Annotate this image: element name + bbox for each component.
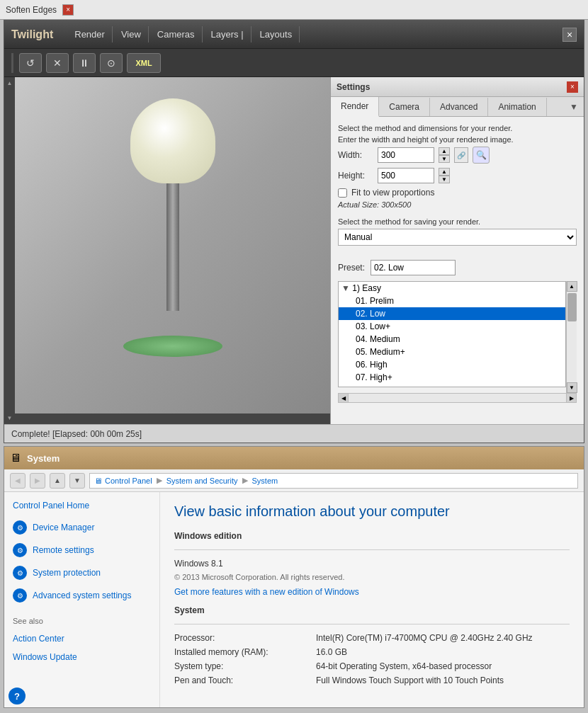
system-sidebar: Control Panel Home ⚙ Device Manager ⚙ Re… xyxy=(4,492,160,707)
soften-edges-title: Soften Edges xyxy=(6,5,57,15)
windows-update-label: Windows Update xyxy=(13,652,77,662)
twilight-statusbar: Complete! [Elapsed: 00h 00m 25s] xyxy=(4,424,584,443)
ram-value: 16.0 GB xyxy=(316,647,570,657)
height-input[interactable] xyxy=(378,168,434,183)
preset-tree[interactable]: ▼ 1) Easy 01. Prelim 02. Low 03. Low+ 04… xyxy=(338,281,566,387)
system-info-section: System xyxy=(174,605,570,624)
tree-scrollbar[interactable]: ▲ ▼ xyxy=(566,281,577,393)
sidebar-home-link[interactable]: Control Panel Home xyxy=(13,501,151,510)
tree-scroll-down-button[interactable]: ▼ xyxy=(567,382,577,393)
tree-item-high-plus[interactable]: 07. High+ xyxy=(339,371,565,384)
twilight-menubar: Render View Cameras Layers | Layouts xyxy=(67,26,562,42)
sidebar-item-action-center[interactable]: Action Center xyxy=(13,631,151,646)
tree-item-exterior[interactable]: 08. Exterior Daytime (Progressive Render… xyxy=(339,384,565,387)
breadcrumb-control-panel[interactable]: Control Panel xyxy=(105,477,152,485)
ram-label: Installed memory (RAM): xyxy=(174,647,316,657)
menu-cameras[interactable]: Cameras xyxy=(150,26,203,42)
toolbar-cancel-button[interactable]: ✕ xyxy=(46,53,69,73)
render-scrollbar-vertical[interactable]: ▲ ▼ xyxy=(4,77,15,424)
sidebar-item-advanced-system[interactable]: ⚙ Advanced system settings xyxy=(13,586,151,605)
tree-scroll-up-button[interactable]: ▲ xyxy=(567,281,577,292)
tree-item-medium[interactable]: 04. Medium xyxy=(339,333,565,346)
zoom-to-fit-icon[interactable]: 🔍 xyxy=(473,147,490,164)
pen-touch-row: Pen and Touch: Full Windows Touch Suppor… xyxy=(174,675,570,685)
sidebar-item-remote-settings[interactable]: ⚙ Remote settings xyxy=(13,540,151,560)
tree-item-low-plus[interactable]: 03. Low+ xyxy=(339,320,565,333)
menu-layers[interactable]: Layers | xyxy=(204,26,251,42)
system-addressbar: ◀ ▶ ▲ ▼ 🖥 Control Panel ▶ System and Sec… xyxy=(4,469,584,492)
tree-item-prelim[interactable]: 01. Prelim xyxy=(339,295,565,307)
preset-input[interactable] xyxy=(371,260,456,275)
nav-back-button[interactable]: ◀ xyxy=(10,473,26,489)
processor-label: Processor: xyxy=(174,633,316,643)
width-decrement-button[interactable]: ▼ xyxy=(439,155,450,163)
save-method-desc: Select the method for saving your render… xyxy=(338,217,577,226)
sidebar-item-device-manager[interactable]: ⚙ Device Manager xyxy=(13,518,151,537)
lamp-stand xyxy=(166,183,179,311)
hscroll-left-button[interactable]: ◀ xyxy=(339,394,349,402)
toolbar-xml-button[interactable]: XML xyxy=(127,53,161,73)
twilight-main-area: ▲ ▼ Settings × xyxy=(4,77,584,424)
height-decrement-button[interactable]: ▼ xyxy=(439,176,450,183)
lamp-rendered-image xyxy=(15,77,330,413)
nav-up-button[interactable]: ▲ xyxy=(50,473,65,489)
address-bar: 🖥 Control Panel ▶ System and Security ▶ … xyxy=(89,473,578,489)
advanced-system-icon: ⚙ xyxy=(13,588,27,603)
sidebar-item-system-protection[interactable]: ⚙ System protection xyxy=(13,563,151,583)
tree-item-medium-plus[interactable]: 05. Medium+ xyxy=(339,346,565,358)
tree-parent-easy[interactable]: ▼ 1) Easy xyxy=(339,282,565,295)
toolbar-undo-button[interactable]: ↺ xyxy=(19,53,42,73)
breadcrumb-system[interactable]: System xyxy=(252,477,278,485)
hscroll-right-button[interactable]: ▶ xyxy=(566,394,576,402)
tree-item-high[interactable]: 06. High xyxy=(339,358,565,371)
help-button[interactable]: ? xyxy=(9,688,26,705)
tree-item-low[interactable]: 02. Low xyxy=(339,307,565,320)
fit-proportions-checkbox[interactable] xyxy=(338,188,347,198)
height-increment-button[interactable]: ▲ xyxy=(439,168,450,176)
tree-scroll-thumb[interactable] xyxy=(567,293,577,321)
link-dimensions-icon[interactable]: 🔗 xyxy=(454,147,468,163)
settings-panel: Settings × Render Camera Advanced Animat… xyxy=(330,77,584,424)
twilight-close-button[interactable]: × xyxy=(562,28,577,42)
windows-version-text: Windows 8.1 xyxy=(174,559,570,569)
system-window-icon: 🖥 xyxy=(10,452,21,464)
render-scrollbar-horizontal[interactable] xyxy=(15,413,330,424)
tree-hscrollbar[interactable]: ◀ ▶ xyxy=(338,393,577,403)
tab-animation[interactable]: Animation xyxy=(488,98,546,116)
tabs-dropdown-arrow[interactable]: ▼ xyxy=(564,98,584,116)
remote-settings-label: Remote settings xyxy=(33,545,94,555)
menu-view[interactable]: View xyxy=(114,26,149,42)
settings-close-button[interactable]: × xyxy=(567,81,578,93)
menu-render[interactable]: Render xyxy=(67,26,113,42)
soften-edges-close-button[interactable]: × xyxy=(62,4,74,16)
width-input[interactable] xyxy=(378,147,434,163)
device-manager-icon: ⚙ xyxy=(13,520,27,535)
toolbar-render-button[interactable]: ⊙ xyxy=(100,53,123,73)
save-method-dropdown[interactable]: Manual xyxy=(338,229,577,246)
toolbar-pause-button[interactable]: ⏸ xyxy=(73,53,96,73)
render-image-area xyxy=(15,77,330,413)
breadcrumb-system-security[interactable]: System and Security xyxy=(166,477,238,485)
soften-edges-bar: Soften Edges × xyxy=(0,0,588,20)
width-increment-button[interactable]: ▲ xyxy=(439,147,450,155)
settings-title: Settings xyxy=(337,82,370,92)
settings-body: Select the method and dimensions for you… xyxy=(331,117,584,424)
pen-touch-label: Pen and Touch: xyxy=(174,675,316,685)
tab-advanced[interactable]: Advanced xyxy=(430,98,488,116)
system-type-value: 64-bit Operating System, x64-based proce… xyxy=(316,661,570,671)
breadcrumb-sep-2: ▶ xyxy=(242,476,248,485)
settings-desc-2: Enter the width and height of your rende… xyxy=(338,135,577,144)
system-protection-icon: ⚙ xyxy=(13,566,27,580)
nav-forward-button[interactable]: ▶ xyxy=(30,473,45,489)
ram-row: Installed memory (RAM): 16.0 GB xyxy=(174,647,570,657)
get-more-features-link[interactable]: Get more features with a new edition of … xyxy=(174,587,570,597)
tab-camera[interactable]: Camera xyxy=(379,98,430,116)
preset-label: Preset: xyxy=(338,263,366,273)
get-more-features-row: Get more features with a new edition of … xyxy=(174,587,570,597)
nav-recent-button[interactable]: ▼ xyxy=(69,473,85,489)
tab-render[interactable]: Render xyxy=(331,97,379,117)
sidebar-item-windows-update[interactable]: Windows Update xyxy=(13,649,151,665)
preset-row: Preset: xyxy=(338,260,577,275)
menu-layouts[interactable]: Layouts xyxy=(253,26,300,42)
lamp-globe xyxy=(130,98,215,183)
